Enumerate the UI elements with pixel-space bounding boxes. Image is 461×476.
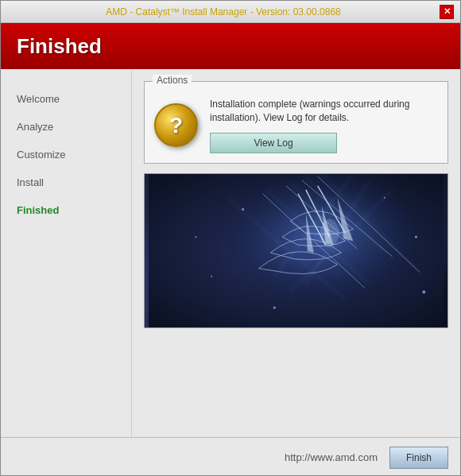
title-bar: AMD - Catalyst™ Install Manager - Versio…	[1, 1, 460, 23]
warning-icon: ?	[154, 103, 198, 147]
trademark-symbol: ™	[170, 6, 180, 17]
sidebar-item-customize[interactable]: Customize	[1, 141, 131, 168]
header: Finished	[1, 23, 460, 69]
actions-group: Actions ? Installation complete (warning…	[144, 81, 448, 164]
view-log-button[interactable]: View Log	[210, 133, 337, 153]
amd-url: http://www.amd.com	[285, 451, 378, 463]
actions-text-area: Installation complete (warnings occurred…	[210, 98, 438, 153]
content-area: Actions ? Installation complete (warning…	[132, 69, 460, 437]
sidebar-item-install[interactable]: Install	[1, 168, 131, 196]
sidebar: Welcome Analyze Customize Install Finish…	[1, 69, 132, 437]
svg-point-25	[422, 290, 425, 293]
title-prefix: AMD - Catalyst	[106, 6, 170, 17]
actions-group-label: Actions	[153, 75, 192, 86]
close-button[interactable]: ✕	[440, 5, 454, 19]
title-text: AMD - Catalyst™ Install Manager - Versio…	[7, 6, 440, 17]
svg-point-24	[211, 275, 212, 277]
svg-point-26	[195, 236, 196, 238]
decorative-svg	[145, 174, 447, 327]
question-mark: ?	[169, 113, 183, 138]
page-title: Finished	[17, 34, 102, 59]
svg-point-20	[320, 219, 339, 247]
actions-inner: ? Installation complete (warnings occurr…	[154, 98, 438, 153]
action-message: Installation complete (warnings occurred…	[210, 98, 438, 125]
svg-point-23	[415, 235, 417, 238]
title-suffix: Install Manager - Version: 03.00.0868	[180, 6, 341, 17]
main-content: Welcome Analyze Customize Install Finish…	[1, 69, 460, 437]
sidebar-item-welcome[interactable]: Welcome	[1, 85, 131, 113]
svg-point-1	[211, 174, 416, 312]
svg-point-27	[273, 306, 276, 308]
footer: http://www.amd.com Finish	[1, 437, 460, 476]
sidebar-item-finished[interactable]: Finished	[1, 196, 131, 224]
sidebar-item-analyze[interactable]: Analyze	[1, 113, 131, 141]
decorative-image	[144, 173, 448, 328]
finish-button[interactable]: Finish	[389, 447, 448, 469]
svg-point-22	[384, 196, 385, 198]
svg-point-21	[242, 208, 244, 211]
